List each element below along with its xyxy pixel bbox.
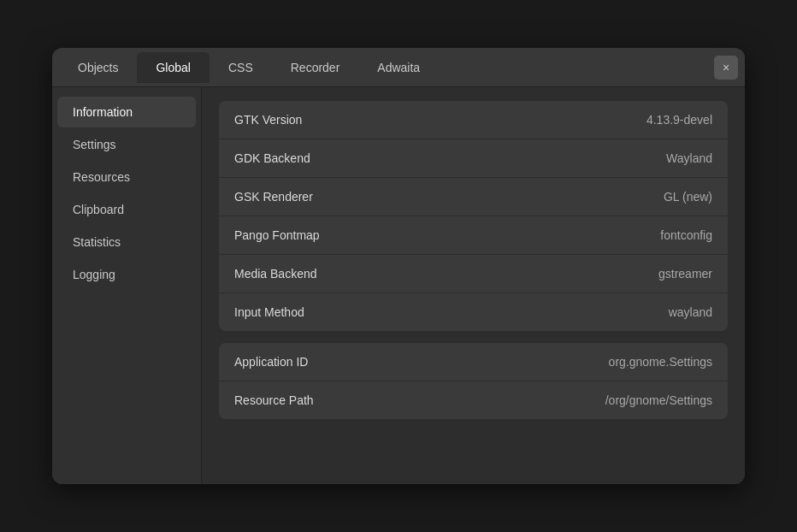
table-row: GDK Backend Wayland	[219, 139, 728, 178]
sidebar-item-logging[interactable]: Logging	[57, 259, 196, 290]
tab-adwaita[interactable]: Adwaita	[358, 52, 439, 83]
main-panel: GTK Version 4.13.9-devel GDK Backend Way…	[202, 87, 745, 484]
table-row: Media Backend gstreamer	[219, 255, 728, 293]
table-row: Input Method wayland	[219, 293, 728, 331]
tab-css[interactable]: CSS	[210, 52, 272, 83]
info-group-gtk: GTK Version 4.13.9-devel GDK Backend Way…	[219, 101, 728, 331]
table-row: GSK Renderer GL (new)	[219, 178, 728, 216]
sidebar-item-resources[interactable]: Resources	[57, 162, 196, 192]
table-row: GTK Version 4.13.9-devel	[219, 101, 728, 139]
main-window: Objects Global CSS Recorder Adwaita × In…	[52, 48, 745, 484]
row-value: org.gnome.Settings	[609, 355, 712, 369]
row-value: GL (new)	[664, 190, 712, 204]
table-row: Resource Path /org/gnome/Settings	[219, 381, 728, 419]
sidebar-item-clipboard[interactable]: Clipboard	[57, 194, 196, 225]
sidebar-item-information[interactable]: Information	[57, 97, 196, 127]
content-area: Information Settings Resources Clipboard…	[52, 87, 745, 484]
table-row: Pango Fontmap fontconfig	[219, 216, 728, 255]
info-group-app: Application ID org.gnome.Settings Resour…	[219, 343, 728, 419]
row-label: Resource Path	[234, 393, 605, 407]
row-value: 4.13.9-devel	[646, 113, 712, 127]
row-label: Pango Fontmap	[234, 228, 660, 242]
row-value: gstreamer	[658, 267, 712, 281]
row-label: Media Backend	[234, 267, 658, 281]
row-value: fontconfig	[660, 228, 712, 242]
row-label: GTK Version	[234, 113, 646, 127]
row-value: wayland	[669, 305, 712, 319]
row-label: Input Method	[234, 305, 669, 319]
sidebar-item-settings[interactable]: Settings	[57, 129, 196, 160]
sidebar-item-statistics[interactable]: Statistics	[57, 227, 196, 257]
tab-objects[interactable]: Objects	[59, 52, 137, 83]
row-label: Application ID	[234, 355, 609, 369]
row-value: Wayland	[666, 151, 712, 165]
table-row: Application ID org.gnome.Settings	[219, 343, 728, 381]
sidebar: Information Settings Resources Clipboard…	[52, 87, 202, 484]
row-label: GDK Backend	[234, 151, 666, 165]
tab-bar: Objects Global CSS Recorder Adwaita ×	[52, 48, 745, 87]
tab-recorder[interactable]: Recorder	[272, 52, 359, 83]
row-value: /org/gnome/Settings	[605, 393, 712, 407]
row-label: GSK Renderer	[234, 190, 664, 204]
close-button[interactable]: ×	[714, 56, 738, 80]
tab-global[interactable]: Global	[137, 52, 209, 83]
